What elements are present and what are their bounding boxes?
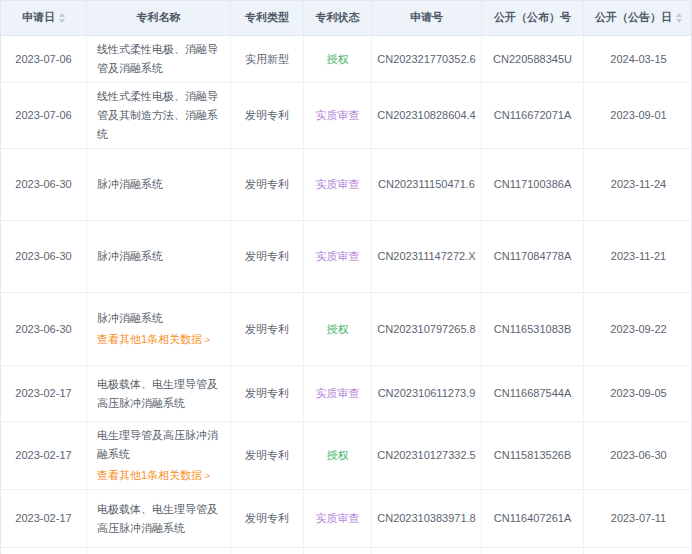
application-no-text: CN202310797265.8: [377, 320, 475, 339]
publication-date-text: 2023-11-21: [611, 247, 666, 266]
patent-name-text: 电极载体、电生理导管及高压脉冲消融系统: [97, 500, 224, 538]
table-body: 2023-07-06 线性式柔性电极、消融导管及消融系统 实用新型 授权 CN2…: [1, 36, 691, 554]
application-no-text: CN202310828604.4: [377, 106, 475, 125]
application-no-text: CN202310127332.5: [377, 446, 475, 465]
cell-application-no: CN202311150471.6: [372, 149, 482, 220]
cell-publication-no: CN115813526B: [482, 422, 584, 489]
publication-no-text: CN116407261A: [494, 509, 571, 528]
view-related-data-link[interactable]: 查看其他1条相关数据＞: [97, 466, 213, 485]
publication-date-text: 2023-09-22: [610, 320, 666, 339]
cell-publication-no: CN116407261A: [482, 490, 584, 547]
patent-type-text: 发明专利: [245, 247, 289, 266]
column-header-apply-date[interactable]: 申请日: [1, 1, 87, 35]
cell-apply-date: 2023-02-17: [1, 490, 87, 547]
patent-name-text: 线性式柔性电极、消融导管及其制造方法、消融系统: [97, 87, 224, 144]
column-header-publication-date[interactable]: 公开（公告）日: [584, 1, 692, 35]
table-row: 2023-02-17 电极载体、电生理导管及高压脉冲消融系统 发明专利 实质审查…: [1, 490, 691, 548]
patent-type-text: 发明专利: [245, 446, 289, 465]
cell-publication-date: 2023-11-21: [584, 221, 692, 292]
apply-date-text: 2023-02-17: [15, 384, 71, 403]
apply-date-text: 2023-02-17: [15, 446, 71, 465]
publication-no-text: CN115813526B: [494, 446, 571, 465]
cell-patent-status: 授权: [304, 36, 372, 82]
patent-type-text: 发明专利: [245, 320, 289, 339]
patent-name-text: 线性式柔性电极、消融导管及消融系统: [97, 40, 224, 78]
cell-application-no: CN202310127332.5: [372, 422, 482, 489]
publication-no-text: CN116687544A: [494, 384, 571, 403]
cell-publication-no: CN116531083B: [482, 293, 584, 365]
cell-patent-status: 实质审查: [304, 548, 372, 554]
application-no-text: CN202311147272.X: [377, 247, 475, 266]
column-header-patent-name: 专利名称: [87, 1, 231, 35]
table-row: 2023-02-17 电生理导管及高压脉冲消融系统 查看其他1条相关数据＞ 发明…: [1, 422, 691, 490]
patent-name-text: 脉冲消融系统: [97, 309, 224, 328]
cell-apply-date: 2023-02-14: [1, 548, 87, 554]
cell-publication-date: 2023-09-05: [584, 366, 692, 421]
cell-patent-type: 发明专利: [231, 149, 304, 220]
cell-patent-status: 授权: [304, 422, 372, 489]
publication-date-text: 2023-06-30: [610, 446, 666, 465]
cell-patent-type: 发明专利: [231, 548, 304, 554]
sort-icon[interactable]: [676, 13, 682, 23]
column-header-label: 公开（公告）日: [595, 11, 672, 24]
cell-patent-name: 电极载体、电生理导管及高压脉冲消融系统: [87, 490, 231, 547]
table-row: 2023-02-14 球囊导管及消融系统 发明专利 实质审查 CN2023101…: [1, 548, 691, 554]
cell-apply-date: 2023-07-06: [1, 36, 87, 82]
patent-status-badge: 实质审查: [316, 175, 360, 194]
cell-publication-date: 2023-11-24: [584, 149, 692, 220]
cell-publication-date: 2023-06-30: [584, 422, 692, 489]
cell-apply-date: 2023-02-17: [1, 422, 87, 489]
patent-name-text: 脉冲消融系统: [97, 247, 224, 266]
table-row: 2023-06-30 脉冲消融系统 查看其他1条相关数据＞ 发明专利 授权 CN…: [1, 293, 691, 366]
cell-patent-type: 发明专利: [231, 83, 304, 148]
cell-publication-date: 2023-09-22: [584, 293, 692, 365]
cell-patent-name: 电极载体、电生理导管及高压脉冲消融系统: [87, 366, 231, 421]
patent-name-text: 电生理导管及高压脉冲消融系统: [97, 426, 224, 464]
patent-type-text: 发明专利: [245, 384, 289, 403]
cell-publication-no: CN117084778A: [482, 221, 584, 292]
patent-type-text: 发明专利: [245, 106, 289, 125]
patent-type-text: 发明专利: [245, 509, 289, 528]
cell-patent-name: 脉冲消融系统: [87, 149, 231, 220]
patent-status-badge: 实质审查: [316, 247, 360, 266]
cell-patent-status: 实质审查: [304, 221, 372, 292]
cell-patent-status: 实质审查: [304, 83, 372, 148]
cell-apply-date: 2023-02-17: [1, 366, 87, 421]
cell-patent-name: 脉冲消融系统 查看其他1条相关数据＞: [87, 293, 231, 365]
apply-date-text: 2023-06-30: [15, 175, 71, 194]
publication-date-text: 2023-07-11: [611, 509, 666, 528]
publication-date-text: 2024-03-15: [610, 50, 666, 69]
cell-patent-type: 发明专利: [231, 490, 304, 547]
application-no-text: CN202321770352.6: [377, 50, 475, 69]
table-row: 2023-06-30 脉冲消融系统 发明专利 实质审查 CN2023111504…: [1, 149, 691, 221]
view-related-data-link[interactable]: 查看其他1条相关数据＞: [97, 330, 213, 349]
apply-date-text: 2023-06-30: [15, 320, 71, 339]
column-header-label: 专利状态: [316, 11, 360, 24]
apply-date-text: 2023-07-06: [15, 106, 71, 125]
table-row: 2023-06-30 脉冲消融系统 发明专利 实质审查 CN2023111472…: [1, 221, 691, 293]
cell-application-no: CN202310383971.8: [372, 490, 482, 547]
publication-no-text: CN116672071A: [494, 106, 571, 125]
cell-patent-type: 发明专利: [231, 293, 304, 365]
column-header-patent-status: 专利状态: [304, 1, 372, 35]
apply-date-text: 2023-06-30: [15, 247, 71, 266]
cell-patent-type: 发明专利: [231, 422, 304, 489]
sort-icon[interactable]: [59, 13, 65, 23]
column-header-label: 专利类型: [245, 11, 289, 24]
column-header-publication-no: 公开（公布）号: [482, 1, 584, 35]
cell-patent-status: 实质审查: [304, 149, 372, 220]
patent-type-text: 实用新型: [245, 50, 289, 69]
publication-date-text: 2023-11-24: [611, 175, 666, 194]
cell-patent-name: 脉冲消融系统: [87, 221, 231, 292]
application-no-text: CN202311150471.6: [378, 175, 475, 194]
cell-apply-date: 2023-06-30: [1, 149, 87, 220]
table-header-row: 申请日 专利名称 专利类型 专利状态 申请号 公开（公布）号 公开（公告）日: [1, 1, 691, 36]
cell-application-no: CN202310797265.8: [372, 293, 482, 365]
patent-status-badge: 实质审查: [316, 509, 360, 528]
apply-date-text: 2023-07-06: [15, 50, 71, 69]
table-row: 2023-07-06 线性式柔性电极、消融导管及其制造方法、消融系统 发明专利 …: [1, 83, 691, 149]
cell-patent-name: 电生理导管及高压脉冲消融系统 查看其他1条相关数据＞: [87, 422, 231, 489]
table-row: 2023-07-06 线性式柔性电极、消融导管及消融系统 实用新型 授权 CN2…: [1, 36, 691, 83]
cell-patent-name: 球囊导管及消融系统: [87, 548, 231, 554]
cell-publication-date: 2023-09-01: [584, 83, 692, 148]
